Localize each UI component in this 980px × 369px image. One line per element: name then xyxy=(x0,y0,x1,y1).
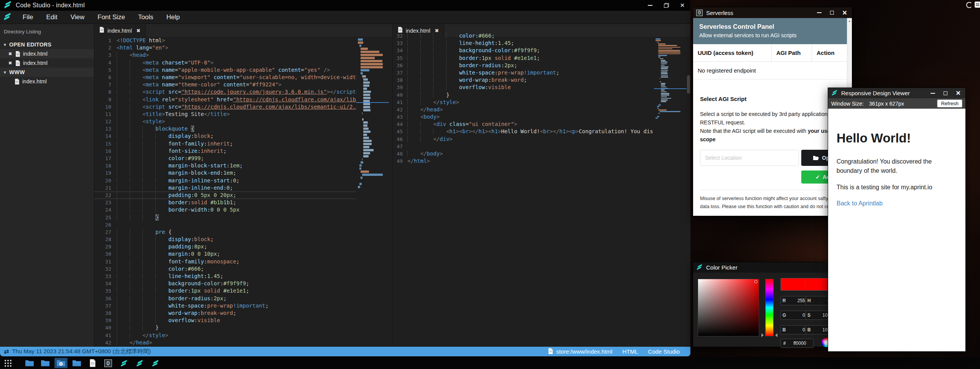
hue-marker-left[interactable] xyxy=(761,333,764,337)
code-line-33[interactable]: 33 line-height:1.45; xyxy=(393,40,690,47)
code-line-49[interactable]: 49</html> xyxy=(393,157,690,165)
code-line-21[interactable]: 21 margin-inline-end:0; xyxy=(94,184,392,192)
hue-marker-right[interactable] xyxy=(775,333,777,337)
code-line-48[interactable]: 48 </body> xyxy=(393,150,690,157)
sv-marker[interactable] xyxy=(754,280,758,283)
sidebar-item-index.html[interactable]: index.html xyxy=(0,77,94,86)
close-icon[interactable]: ✖ xyxy=(137,28,140,33)
code-line-19[interactable]: 19 margin-block-end:1em; xyxy=(94,169,392,177)
close-icon[interactable]: ✕ xyxy=(956,89,961,97)
restore-icon[interactable] xyxy=(658,0,674,11)
code-line-6[interactable]: 6 <meta name="viewport" content="user-sc… xyxy=(94,74,392,81)
minimize-icon[interactable] xyxy=(642,0,658,11)
code-line-27[interactable]: 27 pre { xyxy=(94,228,392,236)
notes-icon[interactable] xyxy=(975,2,980,8)
code-line-2[interactable]: 2<html lang="en"> xyxy=(94,44,392,51)
maximize-icon[interactable] xyxy=(944,91,947,95)
close-icon[interactable]: ✖ xyxy=(8,51,15,56)
back-link[interactable]: Back to Aprintlab xyxy=(837,200,957,207)
code-line-11[interactable]: 11 <title>Testing Site</title> xyxy=(94,111,392,118)
location-input[interactable] xyxy=(700,150,799,166)
code-line-5[interactable]: 5 <meta name="apple-mobile-web-app-capab… xyxy=(94,66,392,74)
code-line-34[interactable]: 34 background-color:#f9f9f9; xyxy=(94,280,392,287)
code-line-20[interactable]: 20 margin-inline-start:0; xyxy=(94,177,392,184)
menu-edit[interactable]: Edit xyxy=(40,11,64,24)
code-line-37[interactable]: 37 white-space:pre-wrap!important; xyxy=(393,69,690,76)
taskbar-code-studio-3[interactable] xyxy=(149,358,162,368)
code-line-39[interactable]: 39 overflow:visible xyxy=(94,317,392,324)
code-line-10[interactable]: 10 <script src="https://cdnjs.cloudflare… xyxy=(94,103,392,111)
tab-index-html[interactable]: index.html ✖ xyxy=(94,24,146,37)
code-line-37[interactable]: 37 white-space:pre-wrap!important; xyxy=(94,302,392,309)
code-line-8[interactable]: 8 <script src="https://code.jquery.com/j… xyxy=(94,88,392,96)
minimize-icon[interactable] xyxy=(931,93,935,94)
code-line-42[interactable]: 42 </head> xyxy=(393,106,690,113)
code-line-34[interactable]: 34 background-color:#f9f9f9; xyxy=(393,47,690,54)
code-line-47[interactable]: 47 xyxy=(393,143,690,150)
status-datetime[interactable]: ⇄ Thu May 11 2023 21:54:48 GMT+0800 (台北標… xyxy=(0,348,151,355)
code-line-15[interactable]: 15 font-family:inherit; xyxy=(94,140,392,147)
hex-input[interactable]: # ff0000 xyxy=(781,339,814,348)
taskbar-folder-2[interactable] xyxy=(39,358,52,368)
taskbar-folder-media[interactable] xyxy=(54,358,68,368)
minimap[interactable] xyxy=(654,37,687,347)
code-line-30[interactable]: 30 margin:0 0 10px; xyxy=(94,250,392,258)
code-line-31[interactable]: 31 font-family:monospace; xyxy=(94,258,392,265)
code-line-38[interactable]: 38 word-wrap:break-word; xyxy=(94,309,392,317)
code-line-36[interactable]: 36 border-radius:2px; xyxy=(94,295,392,302)
taskbar-folder-1[interactable] xyxy=(23,358,36,368)
code-line-46[interactable]: 46 </div> xyxy=(393,136,690,143)
code-area[interactable]: 1<!DOCTYPE html>2<html lang="en">3 <head… xyxy=(94,37,392,347)
code-line-22[interactable]: 22 padding:0 5px 0 20px; xyxy=(94,192,392,199)
code-line-41[interactable]: 41 </style> xyxy=(393,99,690,106)
code-line-32[interactable]: 32 color:#666; xyxy=(94,265,392,273)
code-line-9[interactable]: 9 <link rel="stylesheet" href="https://c… xyxy=(94,96,392,103)
minimap[interactable] xyxy=(356,37,389,347)
code-line-23[interactable]: 23 border:solid #b1b1b1; xyxy=(94,199,392,206)
code-line-40[interactable]: 40 } xyxy=(94,324,392,331)
code-line-29[interactable]: 29 padding:8px; xyxy=(94,243,392,250)
code-line-36[interactable]: 36 border-radius:2px; xyxy=(393,62,690,69)
code-line-44[interactable]: 44 <div class="ui container"> xyxy=(393,121,690,128)
close-icon[interactable]: ✕ xyxy=(674,0,690,11)
code-line-32[interactable]: 32 color:#666; xyxy=(393,32,690,40)
code-line-7[interactable]: 7 <meta name="theme-color" content="#ff9… xyxy=(94,81,392,88)
code-line-42[interactable]: 42 </head> xyxy=(94,339,392,346)
code-line-35[interactable]: 35 border:1px solid #e1e1e1; xyxy=(393,55,690,62)
status-file-path[interactable]: store:/www/index.html xyxy=(548,348,613,355)
status-language[interactable]: HTML xyxy=(623,348,638,355)
code-line-17[interactable]: 17 color:#999; xyxy=(94,155,392,162)
menu-tools[interactable]: Tools xyxy=(132,11,160,24)
code-line-16[interactable]: 16 font-size:inherit; xyxy=(94,147,392,155)
menu-help[interactable]: Help xyxy=(160,11,186,24)
menu-font-size[interactable]: Font Size xyxy=(91,11,132,24)
code-line-45[interactable]: 45 <h1><br></h1><h1>Hello World!<br></h1… xyxy=(393,128,690,135)
menu-view[interactable]: View xyxy=(64,11,91,24)
code-line-3[interactable]: 3 <head> xyxy=(94,51,392,59)
code-line-25[interactable]: 25 } xyxy=(94,214,392,221)
code-line-40[interactable]: 40 } xyxy=(393,91,690,99)
code-line-38[interactable]: 38 word-wrap:break-word; xyxy=(393,76,690,84)
sidebar-item-index.html[interactable]: ✖index.html xyxy=(0,49,94,58)
scrollbar-thumb[interactable] xyxy=(687,75,690,94)
code-area[interactable]: 32 color:#666;33 line-height:1.45;34 bac… xyxy=(393,32,690,347)
maximize-icon[interactable] xyxy=(830,11,834,15)
scroll-up-icon[interactable]: ▲ xyxy=(847,18,852,22)
title-bar[interactable]: 0 Serverless ✕ xyxy=(693,7,852,18)
sidebar-section-open-editors[interactable]: ▾OPEN EDITORS xyxy=(0,40,94,49)
code-line-13[interactable]: 13 blockquote { xyxy=(94,125,392,132)
title-bar[interactable]: Code Studio - index.html ✕ xyxy=(0,0,690,11)
app-launcher-icon[interactable] xyxy=(5,360,12,367)
menu-file[interactable]: File xyxy=(16,11,40,24)
title-bar[interactable]: Responsive Design Viewer ✕ xyxy=(828,88,965,98)
editor-pane-left[interactable]: index.html ✖ 1<!DOCTYPE html>2<html lang… xyxy=(94,24,393,347)
code-line-28[interactable]: 28 display:block; xyxy=(94,236,392,243)
taskbar-code-studio-1[interactable] xyxy=(117,358,130,368)
code-line-26[interactable]: 26 xyxy=(94,221,392,228)
hue-slider[interactable] xyxy=(765,279,774,336)
code-line-14[interactable]: 14 display:block; xyxy=(94,132,392,140)
code-line-41[interactable]: 41 </style> xyxy=(94,332,392,339)
code-line-18[interactable]: 18 margin-block-start:1em; xyxy=(94,162,392,169)
code-line-24[interactable]: 24 border-width:0 0 0 5px xyxy=(94,206,392,213)
code-line-39[interactable]: 39 overflow:visible xyxy=(393,84,690,91)
